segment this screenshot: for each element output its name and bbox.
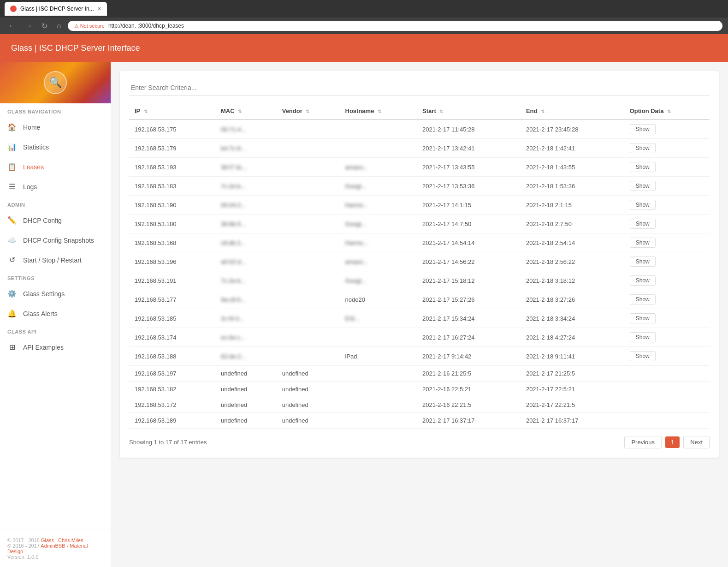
forward-button[interactable]: →	[22, 20, 35, 32]
cell-vendor	[277, 233, 340, 252]
col-mac[interactable]: MAC ⇅	[215, 103, 277, 119]
table-row: 192.168.53.180 38:8b:5... Googl... 2021-…	[129, 215, 710, 233]
cell-option-data	[624, 366, 710, 382]
footer-sep1: |	[54, 537, 58, 543]
col-end[interactable]: End ⇅	[521, 103, 624, 119]
sidebar-item-dhcp-config[interactable]: ✏️ DHCP Config	[0, 210, 111, 230]
show-option-button[interactable]: Show	[630, 181, 656, 191]
browser-tab[interactable]: Glass | ISC DHCP Server In... ×	[5, 2, 107, 16]
cell-start: 2021-2-17 9:14:42	[417, 347, 521, 366]
show-option-button[interactable]: Show	[630, 162, 656, 172]
table-row: 192.168.53.197 undefined undefined 2021-…	[129, 366, 710, 382]
col-hostname[interactable]: Hostname ⇅	[340, 103, 417, 119]
cell-mac: 7c:2e:b...	[215, 177, 277, 196]
cell-start: 2021-2-16 21:25:5	[417, 366, 521, 382]
cell-option-data: Show	[624, 271, 710, 290]
cell-hostname: Googl...	[340, 215, 417, 233]
app-header: Glass | ISC DHCP Server Interface	[0, 34, 728, 62]
sidebar-item-dhcp-snapshots[interactable]: ☁️ DHCP Config Snapshots	[0, 230, 111, 250]
cell-option-data: Show	[624, 309, 710, 328]
search-input[interactable]	[129, 80, 710, 95]
page-1-button[interactable]: 1	[665, 436, 680, 448]
dhcp-config-icon: ✏️	[7, 216, 17, 225]
previous-button[interactable]: Previous	[624, 436, 662, 448]
cell-option-data: Show	[624, 196, 710, 215]
main-content: IP ⇅ MAC ⇅ Vendor ⇅ Hostname ⇅ Start ⇅ E…	[111, 62, 728, 567]
leases-table: IP ⇅ MAC ⇅ Vendor ⇅ Hostname ⇅ Start ⇅ E…	[129, 103, 710, 429]
back-button[interactable]: ←	[6, 20, 18, 32]
tab-close-button[interactable]: ×	[98, 5, 101, 12]
show-option-button[interactable]: Show	[630, 313, 656, 323]
cell-end: 2021-2-18 2:1:15	[521, 196, 624, 215]
cell-ip: 192.168.53.190	[129, 196, 215, 215]
sort-icon-vendor: ⇅	[306, 109, 309, 114]
cell-mac: 7c:2e:b...	[215, 271, 277, 290]
sidebar-item-glass-alerts[interactable]: 🔔 Glass Alerts	[0, 304, 111, 323]
refresh-button[interactable]: ↻	[39, 20, 50, 32]
sidebar-item-api-examples[interactable]: ⊞ API Examples	[0, 337, 111, 357]
show-option-button[interactable]: Show	[630, 332, 656, 342]
cell-option-data: Show	[624, 177, 710, 196]
show-option-button[interactable]: Show	[630, 200, 656, 210]
show-option-button[interactable]: Show	[630, 294, 656, 304]
show-option-button[interactable]: Show	[630, 351, 656, 361]
cell-start: 2021-2-16 22:21:5	[417, 397, 521, 413]
cell-end: 2021-2-18 2:7:50	[521, 215, 624, 233]
col-option-data[interactable]: Option Data ⇅	[624, 103, 710, 119]
sidebar-item-glass-settings[interactable]: ⚙️ Glass Settings	[0, 284, 111, 304]
cell-ip: 192.168.53.183	[129, 177, 215, 196]
sidebar-item-start-stop[interactable]: ↺ Start / Stop / Restart	[0, 250, 111, 270]
api-examples-icon: ⊞	[7, 343, 17, 352]
table-row: 192.168.53.177 9a:c8:0... node20 2021-2-…	[129, 290, 710, 309]
search-button[interactable]: 🔍	[44, 71, 67, 94]
browser-navigation: ← → ↻ ⌂ ⚠ Not secure http://dean. :3000/…	[0, 18, 728, 34]
col-vendor[interactable]: Vendor ⇅	[277, 103, 340, 119]
col-ip[interactable]: IP ⇅	[129, 103, 215, 119]
logs-icon: ☰	[7, 182, 17, 191]
cell-start: 2021-2-17 14:1:15	[417, 196, 521, 215]
table-row: 192.168.53.190 00:04:2... Harmo... 2021-…	[129, 196, 710, 215]
cell-mac: b4:7c:9...	[215, 139, 277, 158]
cell-hostname: ESI...	[340, 309, 417, 328]
home-button[interactable]: ⌂	[54, 20, 64, 32]
table-row: 192.168.53.174 ec:0e:c... 2021-2-17 16:2…	[129, 328, 710, 347]
cell-ip: 192.168.53.193	[129, 158, 215, 177]
cell-hostname: Harmo...	[340, 233, 417, 252]
sidebar-item-statistics[interactable]: 📊 Statistics	[0, 137, 111, 157]
sort-icon-end: ⇅	[541, 109, 545, 114]
footer-link-chris[interactable]: Chris Miles	[58, 537, 83, 543]
cell-mac: undefined	[215, 397, 277, 413]
cell-start: 2021-2-17 14:7:50	[417, 215, 521, 233]
glass-alerts-label: Glass Alerts	[23, 310, 58, 317]
show-option-button[interactable]: Show	[630, 257, 656, 267]
cell-start: 2021-2-17 16:37:17	[417, 413, 521, 429]
show-option-button[interactable]: Show	[630, 238, 656, 248]
cell-option-data: Show	[624, 158, 710, 177]
show-option-button[interactable]: Show	[630, 143, 656, 153]
cell-option-data: Show	[624, 215, 710, 233]
cell-hostname: Googl...	[340, 271, 417, 290]
footer-link-glass[interactable]: Glass	[41, 537, 54, 543]
show-option-button[interactable]: Show	[630, 275, 656, 286]
tab-title: Glass | ISC DHCP Server In...	[20, 6, 94, 12]
address-bar[interactable]: ⚠ Not secure http://dean. :3000/dhcp_lea…	[68, 21, 722, 31]
cell-end: 2021-2-18 4:27:24	[521, 328, 624, 347]
show-option-button[interactable]: Show	[630, 219, 656, 229]
logs-label: Logs	[23, 183, 37, 191]
table-info: Showing 1 to 17 of 17 entries	[129, 439, 207, 446]
sidebar-item-logs[interactable]: ☰ Logs	[0, 177, 111, 197]
home-icon: 🏠	[7, 123, 17, 131]
cell-hostname	[340, 366, 417, 382]
cell-end: 2021-2-17 21:25:5	[521, 366, 624, 382]
sidebar-item-leases[interactable]: 📋 Leases	[0, 157, 111, 177]
sidebar-item-home[interactable]: 🏠 Home	[0, 117, 111, 137]
cell-ip: 192.168.53.179	[129, 139, 215, 158]
app-title: Glass | ISC DHCP Server Interface	[11, 43, 140, 53]
table-footer: Showing 1 to 17 of 17 entries Previous 1…	[129, 436, 710, 448]
show-option-button[interactable]: Show	[630, 124, 656, 134]
col-start[interactable]: Start ⇅	[417, 103, 521, 119]
cell-mac: a0:02:d...	[215, 252, 277, 271]
next-button[interactable]: Next	[683, 436, 710, 448]
footer-version-label: Version:	[7, 554, 26, 560]
cell-mac: 9a:c8:0...	[215, 290, 277, 309]
